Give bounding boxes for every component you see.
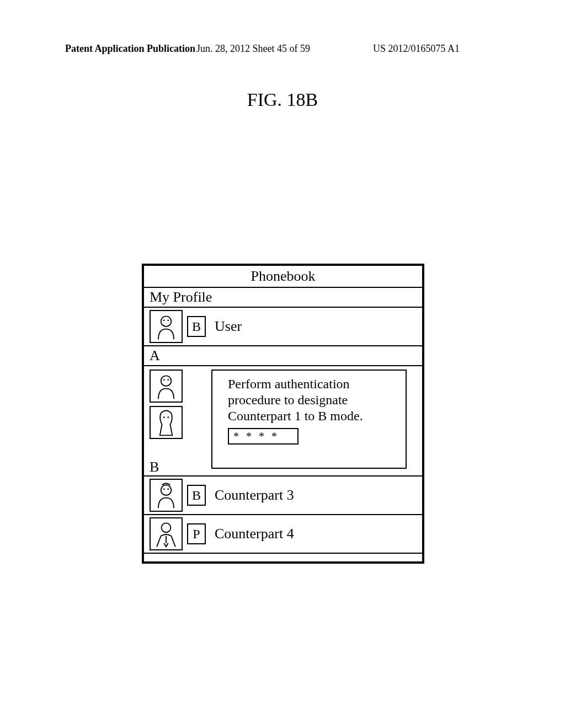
section-a-header: A	[144, 346, 422, 366]
auth-popup-area: Perform authentication procedure to desi…	[144, 366, 422, 477]
phonebook-title: Phonebook	[144, 266, 422, 288]
svg-point-6	[163, 416, 165, 418]
person-icon	[151, 518, 182, 549]
contact-row[interactable]: P Counterpart 4	[144, 515, 422, 554]
svg-point-7	[167, 416, 169, 418]
section-b-header: B	[150, 459, 159, 475]
header-left: Patent Application Publication	[65, 43, 195, 55]
figure-label: FIG. 18B	[0, 89, 565, 110]
avatar-user	[150, 310, 183, 343]
user-row[interactable]: B User	[144, 308, 422, 346]
header-center: Jun. 28, 2012 Sheet 45 of 59	[196, 43, 310, 55]
contact-row[interactable]: B Counterpart 3	[144, 477, 422, 515]
svg-point-9	[163, 488, 165, 490]
svg-point-1	[163, 319, 165, 321]
svg-point-11	[162, 523, 171, 532]
avatar-counterpart-4	[150, 517, 183, 550]
header-right: US 2012/0165075 A1	[373, 43, 460, 55]
auth-popup: Perform authentication procedure to desi…	[211, 370, 407, 469]
contact-name: Counterpart 4	[215, 526, 294, 542]
auth-password-input[interactable]: * * * *	[228, 428, 299, 445]
person-icon	[151, 311, 182, 342]
avatar-counterpart-1	[150, 370, 183, 403]
my-profile-header: My Profile	[144, 288, 422, 308]
svg-point-2	[167, 319, 169, 321]
svg-point-4	[163, 379, 165, 381]
phonebook-panel: Phonebook My Profile B User A	[142, 264, 424, 564]
auth-popup-text: Perform authentication procedure to desi…	[228, 376, 396, 424]
svg-point-0	[161, 316, 172, 326]
mode-badge: P	[187, 523, 206, 544]
avatar-counterpart-2	[150, 406, 183, 439]
person-icon	[151, 480, 182, 511]
svg-point-5	[167, 379, 169, 381]
contact-name: Counterpart 3	[215, 487, 294, 504]
svg-point-10	[167, 488, 169, 490]
mode-badge: B	[187, 485, 206, 506]
bottom-gap	[144, 554, 422, 561]
user-name: User	[215, 318, 242, 335]
svg-point-3	[161, 376, 172, 386]
person-icon	[151, 371, 182, 402]
person-icon	[151, 407, 182, 438]
avatar-counterpart-3	[150, 479, 183, 512]
mode-badge-user: B	[187, 316, 206, 337]
svg-point-8	[161, 485, 172, 495]
